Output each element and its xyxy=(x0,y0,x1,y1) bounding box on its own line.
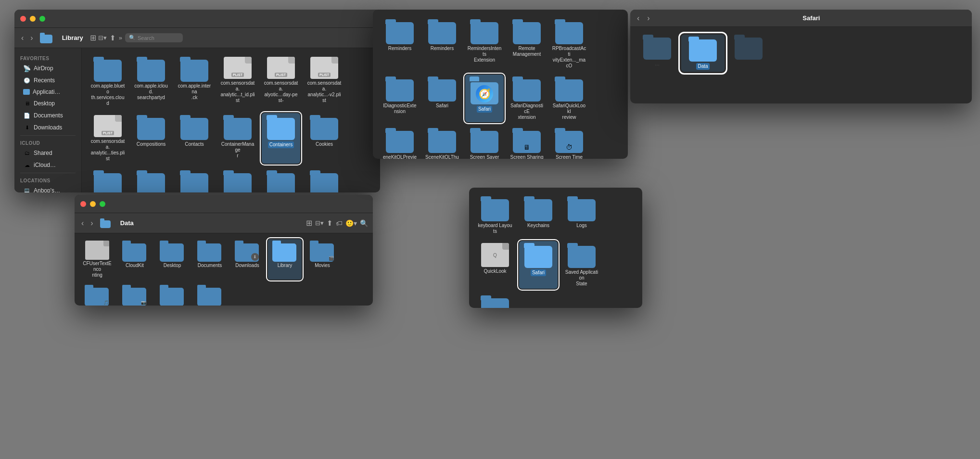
forward-button[interactable]: › xyxy=(28,33,35,43)
file-item-internal[interactable]: com.apple.interna.ck xyxy=(175,55,214,108)
file-item-rpbroadcast[interactable]: RPBroadcastActivityExten..._macO xyxy=(550,17,588,71)
file-item-des[interactable]: DES xyxy=(262,168,300,192)
file-item-plist1[interactable]: PLIST com.sensorsdata.analytic...t_id.pl… xyxy=(218,55,257,108)
file-item-truncated[interactable]: … xyxy=(638,35,676,67)
file-item-screensharing[interactable]: 🖥 Screen Sharing xyxy=(508,126,546,159)
view-icon-data[interactable]: ⊞ xyxy=(306,218,312,228)
data-folder-icon xyxy=(100,218,112,228)
minimize-button[interactable] xyxy=(30,16,36,22)
forward-button-data[interactable]: › xyxy=(89,218,95,229)
file-item-containers[interactable]: Containers xyxy=(262,113,300,164)
file-item-pictures[interactable]: 📷 Pictures xyxy=(118,283,152,306)
file-item-donotdisturb[interactable]: DoNotDisturb xyxy=(305,168,344,192)
file-item-keychains[interactable]: Keychains xyxy=(519,194,558,236)
file-item-movies[interactable]: 🎬 Movies xyxy=(305,239,339,280)
file-item-extra-folder[interactable] xyxy=(476,293,514,308)
file-label: RPBroadcastActivityExten..._macO xyxy=(552,46,586,69)
file-item-reminders2[interactable]: Reminders xyxy=(423,17,461,71)
file-item-safari-bottom[interactable]: Safari xyxy=(519,241,558,289)
sidebar-item-applications[interactable]: Applicati… xyxy=(17,87,78,97)
file-item-logs[interactable]: Logs xyxy=(562,194,601,236)
more-options-icon[interactable]: » xyxy=(119,34,122,41)
view-options-icon[interactable]: ⊟▾ xyxy=(98,34,107,41)
file-item-screentime[interactable]: ⏱ Screen Time xyxy=(550,126,588,159)
view-options-data[interactable]: ⊟▾ xyxy=(315,219,324,227)
file-label: keyboard Layouts xyxy=(478,223,512,234)
search-icon: 🔍 xyxy=(129,35,136,41)
file-item-diagnostic[interactable]: lDiagnosticExtension xyxy=(381,75,419,122)
maximize-button-data[interactable] xyxy=(100,201,105,207)
file-item-more1[interactable] xyxy=(729,35,768,61)
search-icon-data[interactable]: 🔍 xyxy=(360,219,368,227)
file-item-enekitql[interactable]: eneKitQLPreviewExtension xyxy=(381,126,419,159)
file-item-plist3[interactable]: PLIST com.sensorsdata.analytic...-v2.pli… xyxy=(305,55,344,108)
share-icon[interactable]: ⬆ xyxy=(110,34,116,42)
forward-button-safari[interactable]: › xyxy=(645,13,651,24)
file-item-plist4[interactable]: PLIST com.sensorsdata.analytic...ties.pl… xyxy=(89,113,127,164)
file-item-cloudkit[interactable]: CloudKit xyxy=(118,239,152,280)
sidebar-item-documents[interactable]: 📄 Documents xyxy=(17,110,78,121)
sidebar-documents-label: Documents xyxy=(34,112,63,119)
close-button-data[interactable] xyxy=(80,201,86,207)
file-item-library-data[interactable]: Library xyxy=(268,239,302,280)
sidebar-item-mac[interactable]: 💻 Anbop's… xyxy=(17,185,78,192)
file-item-tmp[interactable]: tmp xyxy=(193,283,227,306)
sidebar-item-desktop[interactable]: 🖥 Desktop xyxy=(17,98,78,109)
file-item-icloud-search[interactable]: com.apple.icloud.searchpartyd xyxy=(132,55,170,108)
file-item-contacts[interactable]: Contacts xyxy=(175,113,214,164)
airdrop-icon: 📡 xyxy=(23,64,31,72)
file-item-reminders1[interactable]: Reminders xyxy=(381,17,419,71)
tag-icon-data[interactable]: 🏷 xyxy=(336,219,343,227)
file-item-daemoncontainers[interactable]: DaemonContainers xyxy=(132,168,170,192)
file-item-cfusertext[interactable]: CFUserTextEnconting xyxy=(80,239,114,280)
file-item-safari-plain[interactable]: Safari xyxy=(423,75,461,122)
file-item-compositions[interactable]: Compositions xyxy=(132,113,170,164)
file-item-dataaccess[interactable]: DataAccess xyxy=(175,168,214,192)
file-item-safariquicklook[interactable]: SafariQuickLookIreview xyxy=(550,75,588,122)
sidebar-item-icloud[interactable]: ☁ iCloud… xyxy=(17,159,78,171)
file-item-quicklook[interactable]: Q QuickLook xyxy=(476,241,514,289)
file-item-bluetooth[interactable]: com.apple.bluetoth.services.cloud xyxy=(89,55,127,108)
file-item-scenekitql[interactable]: SceneKitQLThumbnailExtension xyxy=(423,126,461,159)
file-item-screensaver[interactable]: Screen Saver xyxy=(465,126,504,159)
file-item-keyboard-layouts[interactable]: keyboard Layouts xyxy=(476,194,514,236)
sidebar-item-airdrop[interactable]: 📡 AirDrop xyxy=(17,63,78,74)
file-item-documents-data[interactable]: Documents xyxy=(193,239,227,280)
file-item-remindersintents[interactable]: RemindersIntentsExtension xyxy=(465,17,504,71)
file-item-systemdata[interactable]: SystemData xyxy=(155,283,189,306)
back-button-data[interactable]: ‹ xyxy=(79,218,86,229)
file-item-plist2[interactable]: PLIST com.sensorsdata.alyotic…day-pest- xyxy=(262,55,300,108)
file-item-desktop-data[interactable]: Desktop xyxy=(155,239,189,280)
view-options: ⊞ ⊟▾ xyxy=(90,33,107,42)
file-item-containermanager[interactable]: ContainerManager xyxy=(218,113,257,164)
minimize-button-data[interactable] xyxy=(90,201,96,207)
file-item-corefollowup[interactable]: CoreFollowUp xyxy=(89,168,127,192)
file-label: QuickLook xyxy=(484,268,506,274)
file-item-datadelivery[interactable]: DataDeliveryServices xyxy=(218,168,257,192)
file-label: com.sensorsdata.analytic...-v2.plist xyxy=(307,80,342,103)
file-item-downloads-data[interactable]: ⬇ Downloads xyxy=(230,239,264,280)
file-item-remotemanagement[interactable]: RemoteManagement xyxy=(508,17,546,71)
file-item-data-safari[interactable]: Data xyxy=(681,35,725,72)
close-button[interactable] xyxy=(20,16,26,22)
maximize-button[interactable] xyxy=(39,16,45,22)
file-item-cookies[interactable]: Cookies xyxy=(305,113,344,164)
back-button[interactable]: ‹ xyxy=(19,33,25,43)
file-item-safari-app[interactable]: 🧭 Safari xyxy=(465,75,504,122)
grid-view-icon[interactable]: ⊞ xyxy=(90,33,96,42)
sidebar-airdrop-label: AirDrop xyxy=(34,65,53,72)
shared-icon: 🗂 xyxy=(23,149,31,157)
file-item-savedappstate[interactable]: Saved ApplicationState xyxy=(562,241,601,289)
back-button-safari[interactable]: ‹ xyxy=(635,13,641,24)
file-label: Movies xyxy=(315,263,330,268)
file-label: SafariDiagnosticExtension xyxy=(509,103,544,120)
emoji-icon-data[interactable]: 🙂▾ xyxy=(345,219,357,227)
sidebar-item-shared[interactable]: 🗂 Shared xyxy=(17,147,78,159)
file-item-safaridiagnostic[interactable]: SafariDiagnosticExtension xyxy=(508,75,546,122)
sidebar-item-downloads[interactable]: ⬇ Downloads xyxy=(17,122,78,133)
search-box[interactable]: 🔍 Search xyxy=(125,33,183,42)
file-item-music[interactable]: 🎵 Music xyxy=(80,283,114,306)
sidebar-desktop-label: Desktop xyxy=(34,100,55,107)
share-icon-data[interactable]: ⬆ xyxy=(327,219,333,228)
sidebar-item-recents[interactable]: 🕐 Recents xyxy=(17,75,78,86)
